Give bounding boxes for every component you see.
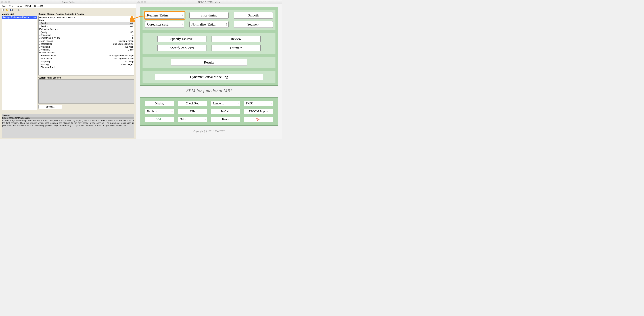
review-button[interactable]: Review [212,36,260,42]
spm-copyright: Copyright (c) 1991,1994-2017 [140,130,278,132]
batch-button[interactable]: Batch [211,117,240,122]
module-list[interactable]: Realign: Estimate & Reslice <-X [2,16,37,110]
param-row[interactable]: Session<-X [39,25,134,28]
param-row[interactable]: Filename Prefixr [39,66,134,69]
traffic-min[interactable] [4,1,7,3]
param-row[interactable]: Interpolation4th Degree B-Spline [39,57,134,60]
specify-2nd-button[interactable]: Specify 2nd-level [158,45,206,51]
batch-editor-window: Batch Editor File Edit View SPM BasicIO … [0,0,136,139]
batch-titlebar: Batch Editor [0,0,136,4]
param-row[interactable]: Help on: Realign: Estimate & Reslice [39,16,134,19]
menu-edit[interactable]: Edit [9,5,14,7]
traffic-close[interactable] [1,1,4,3]
util-panel: Display Check Reg Render...▲▼ FMRI▲▼ Too… [140,97,278,126]
toolbar [0,8,136,12]
menu-spm[interactable]: SPM [25,5,31,7]
param-row[interactable]: Data [39,19,134,22]
param-row[interactable]: Interpolation2nd Degree B-Spline [39,42,134,45]
param-row[interactable]: Smoothing (FWHM)5 [39,36,134,39]
smooth-button[interactable]: Smooth [234,12,273,19]
help-title: Session [2,114,134,117]
spm-subtitle: SPM for functional MRI [140,88,278,94]
run-icon[interactable] [18,9,20,11]
spm-menu-window: SPM12 (7219): Menu Realign (Estim...▲▼ S… [136,0,282,139]
module-list-title: Module List [2,12,37,16]
render-dropdown[interactable]: Render...▲▼ [211,101,240,106]
parameters-list[interactable]: Help on: Realign: Estimate & ResliceData… [38,16,134,75]
param-row[interactable]: MaskingMask images [39,63,134,66]
menu-view[interactable]: View [17,5,22,7]
batch-title: Batch Editor [12,1,136,3]
param-row[interactable]: Num PassesRegister to mean [39,40,134,42]
svg-rect-2 [11,9,12,10]
segment-button[interactable]: Segment [234,21,273,28]
save-icon[interactable] [10,9,13,11]
help-button[interactable]: Help [145,117,174,122]
help-body: In the coregistration step, the sessions… [2,119,134,127]
param-row[interactable]: Estimation Options [39,28,134,31]
traffic-max[interactable] [144,1,146,3]
specify-button[interactable]: Specify... [38,105,62,109]
specify-1st-button[interactable]: Specify 1st-level [158,36,206,42]
param-row[interactable]: Session<-X [39,22,134,25]
traffic-min[interactable] [141,1,143,3]
traffic-close[interactable] [138,1,140,3]
toolbox-dropdown[interactable]: Toolbox:▲▼ [145,109,174,114]
results-button[interactable]: Results [170,59,248,66]
param-row[interactable]: Separation4 [39,34,134,36]
imcalc-button[interactable]: ImCalc [211,109,240,114]
svg-rect-3 [11,10,12,11]
dicom-button[interactable]: DICOM Import [244,109,274,114]
param-row[interactable]: Reslice Options [39,51,134,54]
param-row[interactable]: WrappingNo wrap [39,60,134,63]
module-item-realign[interactable]: Realign: Estimate & Reslice <-X [2,16,37,19]
current-item-area[interactable] [38,79,134,103]
slice-timing-button[interactable]: Slice timing [190,12,229,19]
quit-button[interactable]: Quit [244,117,274,122]
help-subtitle: Select scans for this session. [2,117,134,119]
menu-file[interactable]: File [2,5,6,7]
param-row[interactable]: Resliced imagesAll Images + Mean Image [39,54,134,57]
dcm-button[interactable]: Dynamic Causal Modelling [155,74,263,80]
coregister-dropdown[interactable]: Coregister (Est...▲▼ [145,21,184,28]
traffic-max[interactable] [8,1,10,3]
new-icon[interactable] [1,9,4,11]
checkreg-button[interactable]: Check Reg [178,101,207,106]
current-module-title: Current Module: Realign: Estimate & Resl… [38,12,134,16]
normalise-dropdown[interactable]: Normalise (Esti...▲▼ [190,21,229,28]
preproc-panel: Realign (Estim...▲▼ Slice timing Smooth … [140,7,278,86]
ppis-button[interactable]: PPIs [178,109,207,114]
param-row[interactable]: Quality0.9 [39,31,134,34]
param-row[interactable]: WrappingNo wrap [39,45,134,48]
spm-titlebar: SPM12 (7219): Menu [136,0,282,4]
param-row[interactable]: Weighting0 files [39,48,134,51]
utils-dropdown[interactable]: Utils...▲▼ [178,117,207,122]
menu-basicio[interactable]: BasicIO [34,5,43,7]
menubar: File Edit View SPM BasicIO [0,4,136,8]
realign-dropdown[interactable]: Realign (Estim...▲▼ [145,12,184,19]
current-item-label: Current Item: Session [38,76,134,79]
help-panel: Session Select scans for this session. I… [2,114,134,138]
fmri-dropdown[interactable]: FMRI▲▼ [244,101,274,106]
open-icon[interactable] [6,9,8,11]
display-button[interactable]: Display [145,101,174,106]
estimate-button[interactable]: Estimate [212,45,260,51]
spm-title: SPM12 (7219): Menu [148,1,282,3]
